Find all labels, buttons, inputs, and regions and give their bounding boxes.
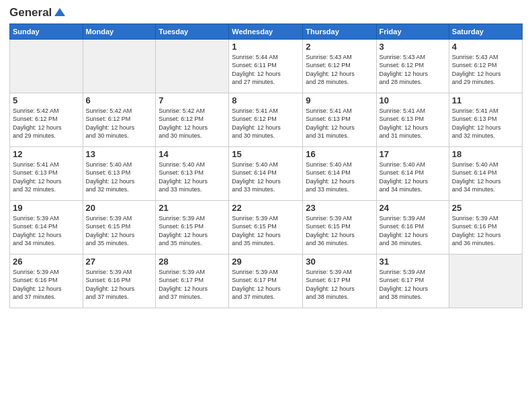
day-info: Sunrise: 5:40 AM Sunset: 6:14 PM Dayligh… — [232, 161, 300, 194]
day-info: Sunrise: 5:40 AM Sunset: 6:14 PM Dayligh… — [306, 161, 373, 194]
day-info: Sunrise: 5:39 AM Sunset: 6:17 PM Dayligh… — [306, 268, 373, 302]
day-cell: 14Sunrise: 5:40 AM Sunset: 6:13 PM Dayli… — [156, 146, 229, 200]
col-header-friday: Friday — [376, 24, 449, 39]
day-number: 8 — [232, 95, 300, 105]
day-number: 24 — [380, 203, 446, 213]
col-header-tuesday: Tuesday — [156, 24, 229, 39]
day-cell: 1Sunrise: 5:44 AM Sunset: 6:11 PM Daylig… — [229, 39, 303, 93]
day-cell: 23Sunrise: 5:39 AM Sunset: 6:15 PM Dayli… — [303, 200, 376, 254]
day-cell: 25Sunrise: 5:39 AM Sunset: 6:16 PM Dayli… — [449, 200, 522, 254]
day-info: Sunrise: 5:41 AM Sunset: 6:13 PM Dayligh… — [452, 107, 519, 140]
day-number: 12 — [13, 149, 80, 159]
calendar-table: SundayMondayTuesdayWednesdayThursdayFrid… — [9, 24, 523, 308]
day-number: 17 — [380, 149, 446, 159]
week-row-5: 26Sunrise: 5:39 AM Sunset: 6:16 PM Dayli… — [10, 254, 523, 308]
day-number: 7 — [159, 95, 226, 105]
day-number: 9 — [306, 95, 373, 105]
day-number: 31 — [380, 257, 446, 267]
col-header-saturday: Saturday — [449, 24, 522, 39]
day-number: 19 — [13, 203, 80, 213]
day-cell: 27Sunrise: 5:39 AM Sunset: 6:16 PM Dayli… — [83, 254, 156, 308]
day-cell: 15Sunrise: 5:40 AM Sunset: 6:14 PM Dayli… — [229, 146, 303, 200]
page: General SundayMondayTuesdayWednesdayThur… — [0, 0, 532, 411]
day-cell — [156, 39, 229, 93]
day-number: 20 — [86, 203, 153, 213]
day-number: 22 — [232, 203, 300, 213]
day-cell: 12Sunrise: 5:41 AM Sunset: 6:13 PM Dayli… — [10, 146, 83, 200]
day-cell — [449, 254, 522, 308]
day-cell: 26Sunrise: 5:39 AM Sunset: 6:16 PM Dayli… — [10, 254, 83, 308]
day-info: Sunrise: 5:39 AM Sunset: 6:15 PM Dayligh… — [86, 214, 153, 248]
day-info: Sunrise: 5:39 AM Sunset: 6:17 PM Dayligh… — [380, 268, 446, 302]
day-cell: 2Sunrise: 5:43 AM Sunset: 6:12 PM Daylig… — [303, 39, 376, 93]
day-info: Sunrise: 5:41 AM Sunset: 6:13 PM Dayligh… — [380, 107, 446, 140]
day-number: 30 — [306, 257, 373, 267]
day-info: Sunrise: 5:39 AM Sunset: 6:16 PM Dayligh… — [13, 268, 80, 302]
day-info: Sunrise: 5:42 AM Sunset: 6:12 PM Dayligh… — [13, 107, 80, 140]
day-number: 21 — [159, 203, 226, 213]
day-cell: 5Sunrise: 5:42 AM Sunset: 6:12 PM Daylig… — [10, 93, 83, 146]
day-info: Sunrise: 5:40 AM Sunset: 6:14 PM Dayligh… — [380, 161, 446, 194]
day-cell: 6Sunrise: 5:42 AM Sunset: 6:12 PM Daylig… — [83, 93, 156, 146]
day-cell: 9Sunrise: 5:41 AM Sunset: 6:13 PM Daylig… — [303, 93, 376, 146]
day-number: 4 — [452, 42, 519, 52]
day-cell: 3Sunrise: 5:43 AM Sunset: 6:12 PM Daylig… — [376, 39, 449, 93]
day-number: 11 — [452, 95, 519, 105]
day-cell: 20Sunrise: 5:39 AM Sunset: 6:15 PM Dayli… — [83, 200, 156, 254]
day-info: Sunrise: 5:39 AM Sunset: 6:15 PM Dayligh… — [159, 214, 226, 248]
day-cell: 21Sunrise: 5:39 AM Sunset: 6:15 PM Dayli… — [156, 200, 229, 254]
day-number: 26 — [13, 257, 80, 267]
col-header-sunday: Sunday — [10, 24, 83, 39]
col-header-thursday: Thursday — [303, 24, 376, 39]
day-cell: 13Sunrise: 5:40 AM Sunset: 6:13 PM Dayli… — [83, 146, 156, 200]
day-number: 3 — [380, 42, 446, 52]
day-cell: 18Sunrise: 5:40 AM Sunset: 6:14 PM Dayli… — [449, 146, 522, 200]
day-number: 28 — [159, 257, 226, 267]
day-number: 29 — [232, 257, 300, 267]
day-info: Sunrise: 5:39 AM Sunset: 6:14 PM Dayligh… — [13, 214, 80, 248]
day-cell: 16Sunrise: 5:40 AM Sunset: 6:14 PM Dayli… — [303, 146, 376, 200]
logo-icon — [53, 5, 66, 19]
day-number: 27 — [86, 257, 153, 267]
day-number: 25 — [452, 203, 519, 213]
day-info: Sunrise: 5:39 AM Sunset: 6:17 PM Dayligh… — [159, 268, 226, 302]
day-info: Sunrise: 5:39 AM Sunset: 6:15 PM Dayligh… — [232, 214, 300, 248]
day-cell: 10Sunrise: 5:41 AM Sunset: 6:13 PM Dayli… — [376, 93, 449, 146]
day-cell: 17Sunrise: 5:40 AM Sunset: 6:14 PM Dayli… — [376, 146, 449, 200]
day-info: Sunrise: 5:39 AM Sunset: 6:16 PM Dayligh… — [86, 268, 153, 302]
day-cell: 7Sunrise: 5:42 AM Sunset: 6:12 PM Daylig… — [156, 93, 229, 146]
day-info: Sunrise: 5:40 AM Sunset: 6:13 PM Dayligh… — [159, 161, 226, 194]
week-row-2: 5Sunrise: 5:42 AM Sunset: 6:12 PM Daylig… — [10, 93, 523, 146]
day-number: 2 — [306, 42, 373, 52]
day-number: 16 — [306, 149, 373, 159]
day-number: 5 — [13, 95, 80, 105]
day-info: Sunrise: 5:42 AM Sunset: 6:12 PM Dayligh… — [159, 107, 226, 140]
day-info: Sunrise: 5:39 AM Sunset: 6:16 PM Dayligh… — [380, 214, 446, 248]
day-cell: 31Sunrise: 5:39 AM Sunset: 6:17 PM Dayli… — [376, 254, 449, 308]
day-number: 18 — [452, 149, 519, 159]
day-info: Sunrise: 5:43 AM Sunset: 6:12 PM Dayligh… — [380, 53, 446, 87]
day-info: Sunrise: 5:42 AM Sunset: 6:12 PM Dayligh… — [86, 107, 153, 140]
day-info: Sunrise: 5:39 AM Sunset: 6:16 PM Dayligh… — [452, 214, 519, 248]
day-info: Sunrise: 5:44 AM Sunset: 6:11 PM Dayligh… — [232, 53, 300, 87]
week-row-1: 1Sunrise: 5:44 AM Sunset: 6:11 PM Daylig… — [10, 39, 523, 93]
day-cell: 11Sunrise: 5:41 AM Sunset: 6:13 PM Dayli… — [449, 93, 522, 146]
day-cell: 30Sunrise: 5:39 AM Sunset: 6:17 PM Dayli… — [303, 254, 376, 308]
day-number: 10 — [380, 95, 446, 105]
day-number: 14 — [159, 149, 226, 159]
col-header-wednesday: Wednesday — [229, 24, 303, 39]
col-header-monday: Monday — [83, 24, 156, 39]
day-number: 23 — [306, 203, 373, 213]
svg-marker-0 — [54, 8, 65, 16]
day-info: Sunrise: 5:40 AM Sunset: 6:14 PM Dayligh… — [452, 161, 519, 194]
day-info: Sunrise: 5:43 AM Sunset: 6:12 PM Dayligh… — [452, 53, 519, 87]
day-info: Sunrise: 5:43 AM Sunset: 6:12 PM Dayligh… — [306, 53, 373, 87]
day-cell — [83, 39, 156, 93]
day-cell: 28Sunrise: 5:39 AM Sunset: 6:17 PM Dayli… — [156, 254, 229, 308]
calendar-header-row: SundayMondayTuesdayWednesdayThursdayFrid… — [10, 24, 523, 39]
day-cell: 8Sunrise: 5:41 AM Sunset: 6:12 PM Daylig… — [229, 93, 303, 146]
day-info: Sunrise: 5:39 AM Sunset: 6:17 PM Dayligh… — [232, 268, 300, 302]
day-number: 1 — [232, 42, 300, 52]
day-number: 15 — [232, 149, 300, 159]
day-number: 13 — [86, 149, 153, 159]
